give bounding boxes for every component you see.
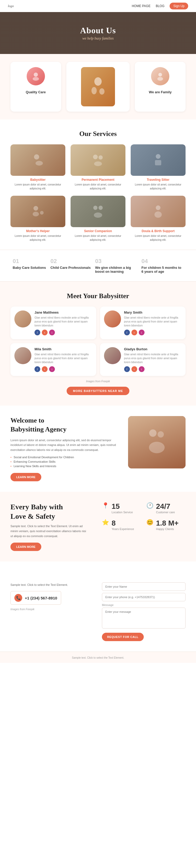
contact-form: Message REQUEST FOR CALL xyxy=(102,582,186,641)
more-btn-wrap: MORE BABYSITTERS NEAR ME xyxy=(10,387,186,395)
babysitter-avatar-3 xyxy=(104,347,121,364)
service-title-4: Senior Companion xyxy=(71,229,125,233)
service-title-5: Doula & Birth Support xyxy=(131,229,186,233)
social-icons-0: f t i xyxy=(35,330,92,335)
location-icon: 📍 xyxy=(102,502,109,509)
nav-signup-button[interactable]: Sign Up xyxy=(169,3,188,9)
babysitter-avatar-0 xyxy=(14,310,31,328)
contact-left: Sample text. Click to select the Text El… xyxy=(10,582,94,641)
request-call-button[interactable]: REQUEST FOR CALL xyxy=(102,633,144,641)
stat-label-1: Customer care xyxy=(156,510,175,514)
welcome-learn-button[interactable]: LEARN MORE xyxy=(10,473,41,481)
svg-point-21 xyxy=(154,211,162,218)
hero-section: About Us we help busy families xyxy=(0,12,196,54)
contact-freepik-note: Images from Freepik xyxy=(10,608,94,611)
instagram-icon-3[interactable]: i xyxy=(139,366,145,372)
hero-subtitle: we help busy families xyxy=(82,36,114,41)
svg-point-15 xyxy=(33,212,39,216)
babysitter-text-2: Glae amet nitnsl libero molestie ante ut… xyxy=(35,352,92,364)
stat-num-0: 15 xyxy=(112,502,133,510)
service-title-0: Babysitter xyxy=(10,178,65,182)
babysitter-avatar-2 xyxy=(14,347,31,364)
family-avatar xyxy=(151,67,169,85)
about-card-family: We are Family xyxy=(135,62,186,112)
stats-text: Sample text. Click to select the Text El… xyxy=(10,524,89,538)
social-icons-1: f t i xyxy=(124,330,182,335)
babysitter-name-1: Mary Smith xyxy=(124,310,182,314)
service-title-3: Mother's Helper xyxy=(10,229,65,233)
welcome-list: Social and Emotional Development for Chi… xyxy=(10,456,120,468)
stats-title: Every Baby withLove & Safety xyxy=(10,502,94,521)
hero-title: About Us xyxy=(80,26,116,35)
stat-label-3: Happy Clients xyxy=(156,527,179,531)
quality-care-avatar xyxy=(27,67,45,85)
about-section: Quality Care We are Family xyxy=(0,54,196,120)
nav-home[interactable]: HOME PAGE xyxy=(132,4,151,8)
feature-title-3: For children 5 months to 6 years of age xyxy=(142,266,183,274)
service-img-traveling xyxy=(131,144,186,176)
svg-point-0 xyxy=(34,72,38,77)
facebook-icon-1[interactable]: f xyxy=(124,330,130,335)
instagram-icon-0[interactable]: i xyxy=(49,330,55,335)
feature-num-3: 04 xyxy=(142,258,148,265)
meet-card-1: Mary Smith Glae amet nitnsl libero moles… xyxy=(100,307,186,339)
service-item-1: Permanent Placement Lorem ipsum dolor si… xyxy=(71,144,125,190)
feature-title-2: We give children a big boost on learning xyxy=(95,266,137,274)
facebook-icon-3[interactable]: f xyxy=(124,366,130,372)
service-item-3: Mother's Helper Lorem ipsum dolor sit am… xyxy=(10,196,65,242)
more-babysitters-button[interactable]: MORE BABYSITTERS NEAR ME xyxy=(67,387,129,395)
service-text-3: Lorem ipsum dolor sit amet, consectetur … xyxy=(10,234,65,242)
svg-point-16 xyxy=(40,211,44,215)
service-item-0: Babysitter Lorem ipsum dolor sit amet, c… xyxy=(10,144,65,190)
message-input[interactable] xyxy=(102,608,186,628)
twitter-icon-2[interactable]: t xyxy=(42,366,47,372)
stat-details-1: 24/7 Customer care xyxy=(156,502,175,514)
contact-sample-text: Sample text. Click to select the Text El… xyxy=(10,582,94,587)
stats-section: Every Baby withLove & Safety Sample text… xyxy=(0,492,196,561)
svg-point-22 xyxy=(149,429,157,437)
svg-point-6 xyxy=(157,77,163,81)
services-grid: Babysitter Lorem ipsum dolor sit amet, c… xyxy=(10,144,186,242)
twitter-icon-0[interactable]: t xyxy=(42,330,47,335)
babysitter-info-0: Jane Matthews Glae amet nitnsl libero mo… xyxy=(35,310,92,335)
welcome-list-item-1: Enhancing Communication Skills xyxy=(10,460,120,463)
babysitter-name-0: Jane Matthews xyxy=(35,310,92,314)
phone-display: 📞 +1 (234) 567-8910 xyxy=(10,591,61,605)
service-title-2: Traveling Sitter xyxy=(131,178,186,182)
phone-number: +1 (234) 567-8910 xyxy=(25,596,57,600)
feature-num-1: 02 xyxy=(50,258,57,265)
service-item-4: Senior Companion Lorem ipsum dolor sit a… xyxy=(71,196,125,242)
twitter-icon-3[interactable]: t xyxy=(131,366,137,372)
name-input[interactable] xyxy=(102,582,186,591)
stats-learn-button[interactable]: LEARN MORE xyxy=(10,542,41,551)
instagram-icon-2[interactable]: i xyxy=(49,366,55,372)
phone-input[interactable] xyxy=(102,593,186,601)
service-text-0: Lorem ipsum dolor sit amet, consectetur … xyxy=(10,183,65,190)
svg-point-24 xyxy=(149,442,165,453)
bottom-bar: Sample text. Click to select the Text El… xyxy=(0,652,196,663)
welcome-list-item-2: Learning New Skills and Interests xyxy=(10,465,120,468)
instagram-icon-1[interactable]: i xyxy=(139,330,145,335)
feature-num-0: 01 xyxy=(13,258,19,265)
stat-item-1: 🕐 24/7 Customer care xyxy=(146,502,186,514)
svg-point-9 xyxy=(93,155,98,159)
navbar: logo HOME PAGE BLOG Sign Up xyxy=(0,0,196,12)
welcome-content: Welcome toBabysitting Agency Lorem ipsum… xyxy=(10,416,120,481)
facebook-icon-2[interactable]: f xyxy=(35,366,40,372)
nav-blog[interactable]: BLOG xyxy=(156,4,164,8)
meet-title: Meet Your Babysitter xyxy=(10,292,186,300)
service-text-2: Lorem ipsum dolor sit amet, consectetur … xyxy=(131,183,186,190)
babysitter-avatar-1 xyxy=(104,310,121,328)
footer-text: Sample text. Click to select the Text El… xyxy=(72,656,124,659)
stat-item-0: 📍 15 Location Service xyxy=(102,502,141,514)
svg-point-11 xyxy=(94,161,102,166)
social-icons-3: f t i xyxy=(124,366,182,372)
services-title: Our Services xyxy=(10,130,186,138)
svg-point-19 xyxy=(94,213,102,218)
svg-point-1 xyxy=(33,77,39,81)
twitter-icon-1[interactable]: t xyxy=(131,330,137,335)
facebook-icon-0[interactable]: f xyxy=(35,330,40,335)
quality-care-label: Quality Care xyxy=(26,90,46,94)
welcome-section: Welcome toBabysitting Agency Lorem ipsum… xyxy=(0,406,196,492)
svg-point-10 xyxy=(99,155,103,160)
